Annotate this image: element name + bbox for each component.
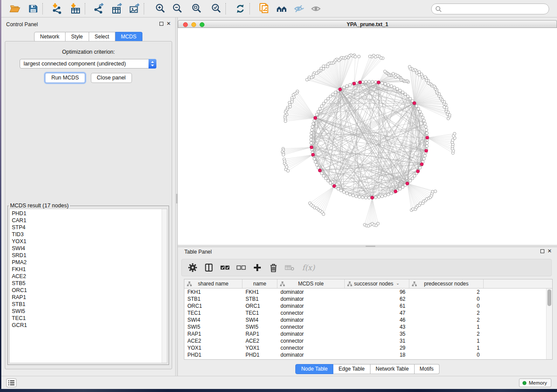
mcds-result-item[interactable]: STP4 xyxy=(12,224,27,231)
tab-node-table[interactable]: Node Table xyxy=(295,364,333,374)
delete-column-icon[interactable] xyxy=(269,263,278,272)
mcds-scrollbar[interactable] xyxy=(162,209,167,363)
show-all-icon[interactable] xyxy=(311,3,322,14)
table-row[interactable]: YOX1YOX1connector291 xyxy=(184,344,546,351)
mcds-result-item[interactable]: ORC1 xyxy=(12,287,27,294)
table-row[interactable]: FKH1FKH1dominator962 xyxy=(184,289,546,296)
float-table-panel-icon[interactable] xyxy=(540,249,544,253)
tab-edge-table[interactable]: Edge Table xyxy=(333,364,370,374)
zoom-fit-icon[interactable] xyxy=(191,3,202,14)
tab-select[interactable]: Select xyxy=(89,32,115,42)
zoom-in-icon[interactable] xyxy=(155,3,166,14)
column-header-successor-nodes[interactable]: successor nodes xyxy=(345,279,409,288)
list-icon xyxy=(8,380,15,386)
cell-successor-nodes: 35 xyxy=(345,331,409,337)
close-panel-button[interactable]: Close panel xyxy=(91,73,132,83)
new-network-from-selection-icon[interactable] xyxy=(259,3,270,14)
save-session-icon[interactable] xyxy=(28,3,39,14)
table-row[interactable]: SWI5SWI5connector431 xyxy=(184,323,546,330)
tab-mcds[interactable]: MCDS xyxy=(115,32,142,42)
mcds-result-item[interactable]: PMA2 xyxy=(12,259,27,266)
search-input[interactable] xyxy=(442,6,549,12)
cell-MCDS-role: dominator xyxy=(277,303,345,309)
cell-successor-nodes: 61 xyxy=(345,303,409,309)
mcds-result-item[interactable]: YOX1 xyxy=(12,238,27,245)
cell-MCDS-role: dominator xyxy=(277,331,345,337)
export-image-icon[interactable] xyxy=(129,3,140,14)
export-table-icon[interactable] xyxy=(111,3,123,14)
select-all-columns-icon[interactable] xyxy=(220,263,230,272)
cell-shared-name: FKH1 xyxy=(184,289,242,295)
cell-predecessor-nodes: 2 xyxy=(409,310,484,316)
column-layout-icon[interactable] xyxy=(204,263,214,272)
cell-MCDS-role: connector xyxy=(277,324,345,330)
export-network-icon[interactable] xyxy=(93,3,104,14)
refresh-icon[interactable] xyxy=(235,3,246,14)
tab-network-table[interactable]: Network Table xyxy=(370,364,415,374)
zoom-selected-icon[interactable] xyxy=(211,3,222,14)
float-panel-icon[interactable] xyxy=(159,22,163,26)
function-builder-icon[interactable]: f(x) xyxy=(301,263,316,272)
table-scrollbar[interactable] xyxy=(546,289,552,359)
cell-name: STB1 xyxy=(242,296,277,302)
table-row[interactable]: ORC1ORC1dominator610 xyxy=(184,303,546,309)
mcds-result-item[interactable]: SWI4 xyxy=(12,245,27,252)
table-row[interactable]: STB1STB1dominator620 xyxy=(184,296,546,303)
cell-name: SWI4 xyxy=(242,317,277,323)
mcds-result-item[interactable]: PHD1 xyxy=(12,210,27,217)
table-row[interactable]: PHD1PHD1dominator180 xyxy=(184,351,546,358)
close-panel-icon[interactable]: ✕ xyxy=(166,21,171,26)
cell-successor-nodes: 18 xyxy=(345,352,409,358)
cell-successor-nodes: 62 xyxy=(345,296,409,302)
tab-motifs[interactable]: Motifs xyxy=(415,364,439,374)
table-settings-gear-icon[interactable] xyxy=(188,263,197,272)
zoom-out-icon[interactable] xyxy=(172,3,183,14)
mcds-result-item[interactable]: STB5 xyxy=(12,280,27,287)
task-history-button[interactable] xyxy=(6,378,17,387)
unselect-all-columns-icon[interactable] xyxy=(236,263,246,272)
network-canvas[interactable] xyxy=(178,28,557,245)
import-network-icon[interactable] xyxy=(52,3,63,14)
hide-selected-icon[interactable] xyxy=(294,3,305,14)
cell-shared-name: SWI5 xyxy=(184,324,242,330)
memory-status-icon xyxy=(522,381,526,385)
cell-name: YOX1 xyxy=(242,345,277,351)
column-header-name[interactable]: name xyxy=(242,279,277,288)
mcds-result-item[interactable]: STB1 xyxy=(12,301,27,308)
mcds-result-item[interactable]: TEC1 xyxy=(12,315,27,322)
tab-network[interactable]: Network xyxy=(34,32,66,42)
mcds-result-item[interactable]: GCR1 xyxy=(12,322,27,329)
tab-style[interactable]: Style xyxy=(66,32,89,42)
cell-MCDS-role: dominator xyxy=(277,289,345,295)
mcds-result-item[interactable]: SRD1 xyxy=(12,252,27,259)
mcds-result-item[interactable]: FKH1 xyxy=(12,266,27,273)
column-header-MCDS-role[interactable]: MCDS role xyxy=(277,279,345,288)
table-row[interactable]: SWI4SWI4dominator462 xyxy=(184,316,546,323)
add-column-icon[interactable] xyxy=(253,263,262,272)
mcds-result-item[interactable]: RAP1 xyxy=(12,294,27,301)
table-header-row: shared namenameMCDS rolesuccessor nodesp… xyxy=(184,279,552,289)
first-neighbors-icon[interactable] xyxy=(276,3,287,14)
column-header-predecessor-nodes[interactable]: predecessor nodes xyxy=(409,279,484,288)
run-mcds-button[interactable]: Run MCDS xyxy=(45,73,85,83)
column-header-shared-name[interactable]: shared name xyxy=(184,279,242,288)
mcds-result-item[interactable]: SWI5 xyxy=(12,308,27,315)
open-file-icon[interactable] xyxy=(9,3,21,14)
table-row[interactable]: ACE2ACE2connector311 xyxy=(184,337,546,344)
network-view-titlebar[interactable]: YPA_prune.txt_1 xyxy=(178,20,557,28)
cell-MCDS-role: connector xyxy=(277,338,345,344)
status-bar: Memory xyxy=(1,376,557,389)
mcds-result-item[interactable]: TID3 xyxy=(12,231,27,238)
memory-button[interactable]: Memory xyxy=(519,378,551,387)
optimization-dropdown[interactable]: largest connected component (undirected) xyxy=(20,59,156,69)
mcds-result-item[interactable]: ACE2 xyxy=(12,273,27,280)
mcds-result-item[interactable]: CAR1 xyxy=(12,217,27,224)
cell-successor-nodes: 96 xyxy=(345,289,409,295)
toolbar-separator xyxy=(144,3,144,14)
close-table-panel-icon[interactable]: ✕ xyxy=(547,249,552,253)
delete-table-icon[interactable] xyxy=(285,263,294,272)
import-table-icon[interactable] xyxy=(70,3,81,14)
table-row[interactable]: RAP1RAP1dominator352 xyxy=(184,330,546,337)
cell-predecessor-nodes: 1 xyxy=(409,338,484,344)
table-row[interactable]: TEC1TEC1connector472 xyxy=(184,309,546,316)
